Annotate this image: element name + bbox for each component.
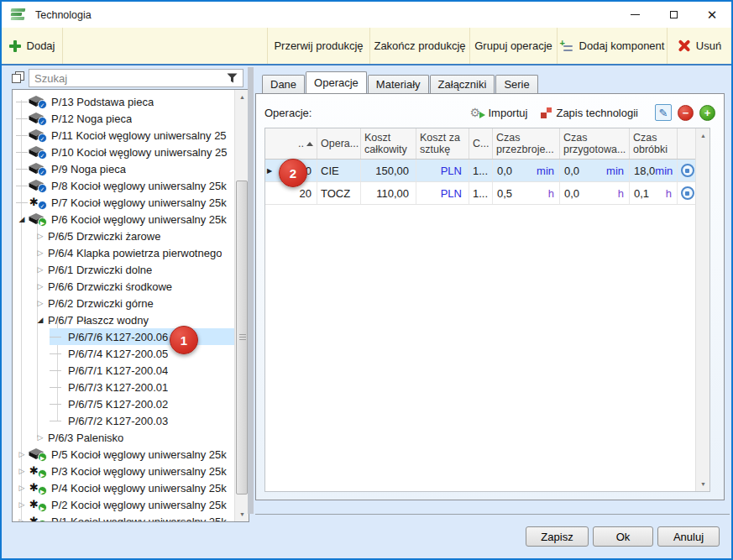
maximize-button[interactable] — [654, 2, 693, 27]
search-input[interactable] — [29, 72, 227, 85]
tree-item[interactable]: ◢P/6/7 Płaszcz wodny — [13, 311, 234, 328]
tree-item[interactable]: ✓P/9 Noga pieca — [13, 160, 234, 177]
scroll-up-icon[interactable]: ▲ — [696, 128, 710, 143]
add-button[interactable]: Dodaj — [2, 28, 63, 64]
tree-item[interactable]: P/6/7/3 K127-200.01 — [13, 379, 234, 395]
collapsed-arrow-icon[interactable]: ▷ — [34, 233, 46, 240]
tree-item[interactable]: ▷P/6/2 Drzwiczki górne — [13, 295, 234, 311]
tab-label: Serie — [504, 78, 529, 91]
column-header[interactable]: Opera... — [317, 128, 361, 159]
table-scrollbar[interactable]: ▲ ▼ — [695, 128, 709, 491]
tree-item[interactable]: P/6/7/5 K127-200.02 — [13, 395, 234, 412]
stop-production-button[interactable]: Przerwij produkcję — [268, 28, 370, 64]
operations-table: ..Opera...Koszt całkowityKoszt za sztukę… — [264, 128, 710, 492]
product-tree: ✓P/13 Podstawa pieca✓P/12 Noga pieca✓P/1… — [12, 89, 249, 522]
save-button[interactable]: Zapisz — [526, 526, 589, 547]
column-header[interactable]: Koszt całkowity — [361, 128, 416, 159]
expanded-arrow-icon[interactable]: ◢ — [16, 216, 28, 223]
column-header-label: Koszt za sztukę — [420, 132, 465, 156]
collapsed-arrow-icon[interactable]: ▷ — [16, 484, 28, 492]
scroll-down-icon[interactable]: ▼ — [696, 477, 710, 491]
tree-item[interactable]: ▷▶P/5 Kocioł węglowy uniwersalny 25k — [13, 446, 234, 463]
import-gear-icon: ⚙ — [469, 106, 484, 119]
delete-button[interactable]: Usuń — [668, 28, 731, 64]
save-technology-button[interactable]: Zapis technologii — [541, 107, 638, 119]
operation-row[interactable]: 20TOCZ110,00PLN1...0,5h0,0h0,1h — [265, 182, 695, 205]
operation-row[interactable]: ▶10CIE150,00PLN1...0,0min0,0min18,0min — [265, 160, 695, 182]
tree-item[interactable]: ✓P/13 Podstawa pieca — [13, 93, 234, 110]
tree-item[interactable]: ▷✱▶P/3 Kocioł węglowy uniwersalny 25k — [13, 463, 234, 479]
column-header[interactable]: Koszt za sztukę — [416, 128, 469, 159]
tree-item[interactable]: ✓P/8 Kocioł węglowy uniwersalny 25k — [13, 177, 234, 194]
tree-item[interactable]: ▷P/6/6 Drzwiczki środkowe — [13, 278, 234, 295]
status-badge-check-icon: ✓ — [38, 117, 47, 126]
import-button[interactable]: ⚙ Importuj — [469, 106, 527, 119]
minimize-button[interactable] — [615, 2, 654, 27]
tab-dane[interactable]: Dane — [262, 75, 305, 93]
tree-item-label: P/6/7/3 K127-200.01 — [66, 381, 168, 394]
remove-operation-button[interactable]: − — [678, 105, 694, 121]
expanded-arrow-icon[interactable]: ◢ — [34, 317, 46, 324]
cancel-button[interactable]: Anuluj — [657, 526, 720, 547]
tree-item[interactable]: ▷P/6/1 Drzwiczki dolne — [13, 261, 234, 278]
tree-connector — [50, 370, 61, 371]
tree-item[interactable]: P/6/7/6 K127-200.061 — [13, 328, 234, 345]
collapsed-arrow-icon[interactable]: ▷ — [34, 249, 46, 257]
tree-item[interactable]: ▷✱▶P/2 Kocioł węglowy uniwersalny 25k — [13, 496, 234, 513]
column-header[interactable]: Czas przezbroje... — [493, 128, 560, 159]
collapsed-arrow-icon[interactable]: ▷ — [16, 501, 28, 509]
tree-scrollbar[interactable]: ▲ ▼ — [234, 90, 249, 521]
tree-item[interactable]: ✓P/10 Kocioł węglowy uniwersalny 25 — [13, 144, 234, 160]
tab-materialy[interactable]: Materiały — [368, 75, 429, 93]
column-header[interactable] — [274, 128, 287, 159]
panel-splitter[interactable] — [248, 67, 254, 514]
tree-item[interactable]: ▷P/6/4 Klapka powietrza pierwotnego — [13, 244, 234, 261]
tree-item[interactable]: ▷P/6/3 Palenisko — [13, 429, 234, 446]
tab-zalaczniki[interactable]: Załączniki — [430, 75, 495, 93]
tree-item[interactable]: ▷P/6/5 Drzwiczki żarowe — [13, 228, 234, 244]
collapsed-arrow-icon[interactable]: ▷ — [16, 518, 28, 522]
collapsed-arrow-icon[interactable]: ▷ — [34, 283, 46, 290]
collapsed-arrow-icon[interactable]: ▷ — [34, 266, 46, 274]
tree-item[interactable]: ▷✱▶P/1 Kocioł węglowy uniwersalny 25k — [13, 513, 234, 521]
edit-operation-button[interactable]: ✎ — [655, 104, 672, 121]
tree-item[interactable]: ✱✓P/7 Kocioł węglowy uniwersalny 25k — [13, 194, 234, 211]
collapsed-arrow-icon[interactable]: ▷ — [34, 434, 46, 442]
tree-item[interactable]: P/6/7/1 K127-200.04 — [13, 362, 234, 379]
column-header[interactable]: C... — [469, 128, 493, 159]
tree-item[interactable]: ✓P/11 Kocioł węglowy uniwersalny 25 — [13, 127, 234, 144]
stop-production-label: Przerwij produkcję — [274, 39, 363, 52]
group-operations-button[interactable]: Grupuj operacje — [470, 28, 558, 64]
collapsed-arrow-icon[interactable]: ▷ — [16, 468, 28, 475]
add-component-button[interactable]: + Dodaj komponent — [558, 28, 668, 64]
import-label: Importuj — [488, 107, 527, 119]
column-header[interactable]: .. — [287, 128, 317, 159]
finish-production-button[interactable]: Zakończ produkcję — [370, 28, 470, 64]
tab-serie[interactable]: Serie — [495, 75, 537, 93]
tree-item[interactable]: P/6/7/4 K127-200.05 — [13, 345, 234, 362]
collapsed-arrow-icon[interactable]: ▷ — [34, 300, 46, 307]
tree-item[interactable]: ✓P/12 Noga pieca — [13, 110, 234, 127]
tree-item[interactable]: ▷✱▶P/4 Kocioł węglowy uniwersalny 25k — [13, 479, 234, 496]
tab-operacje[interactable]: Operacje — [306, 71, 367, 93]
row-details-button[interactable] — [681, 186, 694, 200]
toolbar: Dodaj Przerwij produkcję Zakończ produkc… — [2, 28, 731, 65]
scrollbar-thumb[interactable] — [236, 181, 248, 495]
finish-production-label: Zakończ produkcję — [374, 39, 465, 52]
tree-connector — [16, 186, 28, 186]
column-header[interactable]: Czas przygotowa... — [560, 128, 630, 159]
tree-item[interactable]: P/6/7/2 K127-200.03 — [13, 412, 234, 429]
column-header[interactable]: Czas obróbki — [630, 128, 678, 159]
collapsed-arrow-icon[interactable]: ▷ — [16, 451, 28, 458]
close-button[interactable]: ✕ — [693, 2, 731, 27]
column-header[interactable] — [678, 128, 695, 159]
collapse-all-icon[interactable] — [12, 71, 24, 83]
filter-icon[interactable] — [227, 73, 238, 83]
column-header[interactable] — [265, 128, 274, 159]
tree-item[interactable]: ◢▶P/6 Kocioł węglowy uniwersalny 25k — [13, 211, 234, 228]
add-operation-button[interactable]: + — [699, 105, 715, 121]
tree-item-label: P/6/3 Palenisko — [46, 432, 123, 444]
ok-button[interactable]: Ok — [593, 526, 653, 547]
plus-icon — [9, 40, 21, 52]
row-details-button[interactable] — [681, 164, 694, 177]
